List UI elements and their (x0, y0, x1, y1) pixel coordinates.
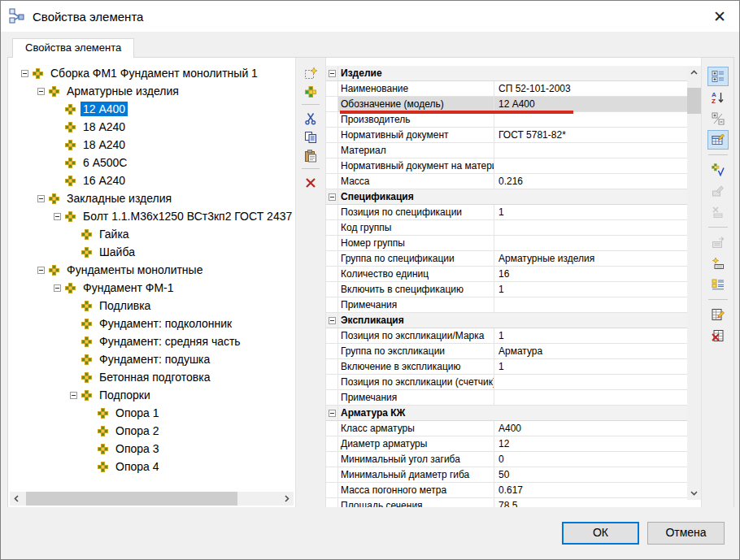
property-row[interactable]: Позиция по экспликации/Марка1 (326, 328, 687, 344)
property-value[interactable]: 12 (494, 436, 687, 451)
cancel-button[interactable]: Отмена (647, 522, 725, 545)
property-value[interactable] (494, 143, 687, 158)
property-value[interactable] (494, 158, 687, 173)
collapse-toggle-icon[interactable] (37, 267, 45, 274)
property-value[interactable]: 50 (494, 467, 687, 482)
cut-button[interactable] (300, 109, 321, 128)
add-element-button[interactable] (300, 63, 321, 82)
tree-item[interactable]: Фундаменты монолитные (10, 261, 295, 279)
tree-item[interactable]: Фундамент: подколонник (10, 315, 295, 332)
scrollbar-thumb[interactable] (687, 88, 701, 114)
property-row[interactable]: Производитель (326, 112, 687, 128)
scroll-down-button[interactable] (687, 486, 701, 500)
collapse-toggle-icon[interactable] (37, 195, 45, 202)
tree-item[interactable]: 18 А240 (10, 136, 295, 154)
property-value[interactable]: Арматурные изделия (494, 251, 687, 266)
tree-item[interactable]: Опора 1 (10, 404, 295, 422)
scrollbar-thumb[interactable] (26, 492, 237, 506)
property-value[interactable]: 1 (494, 282, 687, 297)
property-row[interactable]: Минимальный диаметр гиба50 (326, 467, 687, 483)
property-row[interactable]: Позиция по спецификации1 (326, 205, 687, 220)
sort-alphabetical-button[interactable] (707, 88, 729, 107)
property-row[interactable]: Примечания (326, 390, 687, 406)
paste-button[interactable] (300, 146, 321, 165)
tree-item[interactable]: 18 А240 (10, 118, 295, 136)
tree-item[interactable]: Фундамент: подушка (10, 350, 295, 368)
property-row[interactable]: Количество единиц16 (326, 267, 687, 282)
property-value[interactable] (494, 390, 687, 405)
tree-item[interactable]: 6 А500С (10, 154, 295, 171)
property-row[interactable]: Класс арматурыА400 (326, 421, 687, 436)
property-group-header[interactable]: Экспликация (326, 313, 687, 328)
tab-element-properties[interactable]: Свойства элемента (12, 38, 134, 58)
collapse-toggle-icon[interactable] (54, 284, 61, 292)
property-row[interactable]: Группа по экспликацииАрматура (326, 344, 687, 359)
property-value[interactable]: 1 (494, 328, 687, 343)
property-value[interactable] (494, 297, 687, 312)
collapse-toggle-icon[interactable] (70, 392, 77, 399)
property-row[interactable]: Диаметр арматуры12 (326, 436, 687, 452)
collapse-toggle-icon[interactable] (54, 213, 61, 220)
scroll-left-button[interactable] (10, 492, 24, 506)
property-value[interactable] (494, 112, 687, 127)
property-value[interactable]: 0 (494, 452, 687, 467)
tree-item[interactable]: Закладные изделия (10, 189, 295, 207)
property-value[interactable]: 1 (494, 205, 687, 219)
group-collapse-icon[interactable] (329, 193, 336, 201)
grid-vertical-scrollbar[interactable] (687, 66, 701, 500)
property-value[interactable]: 0.617 (494, 483, 687, 497)
delete-table-button[interactable] (707, 326, 729, 345)
property-value[interactable]: ГОСТ 5781-82* (494, 128, 687, 142)
tree-item[interactable]: Подпорки (10, 386, 295, 404)
property-row[interactable]: Масса0.216 (326, 174, 687, 189)
edit-values-button[interactable] (707, 130, 729, 150)
property-row[interactable]: Масса погонного метра0.617 (326, 483, 687, 498)
group-collapse-icon[interactable] (329, 70, 336, 77)
add-subelement-button[interactable] (300, 82, 321, 101)
property-row[interactable]: Нормативный документГОСТ 5781-82* (326, 128, 687, 143)
tree-item[interactable]: Шайба (10, 243, 295, 261)
property-value[interactable]: Арматура (494, 344, 687, 358)
categorized-view-button[interactable] (707, 67, 729, 86)
tree-item[interactable]: 16 А240 (10, 171, 295, 189)
property-value[interactable]: А400 (494, 421, 687, 436)
property-row[interactable]: Минимальный угол загиба0 (326, 452, 687, 467)
property-row[interactable]: Нормативный документ на материал (326, 158, 687, 174)
collapse-toggle-icon[interactable] (37, 88, 45, 95)
tree-item[interactable]: Фундамент ФМ-1 (10, 279, 295, 297)
property-group-header[interactable]: Арматура КЖ (326, 406, 687, 421)
tree-item[interactable]: Опора 3 (10, 440, 295, 458)
tree-horizontal-scrollbar[interactable] (10, 492, 294, 506)
copy-button[interactable] (300, 128, 321, 146)
add-property-button[interactable] (707, 160, 729, 180)
tree-item[interactable]: Болт 1.1.М36х1250 ВСт3кп2 ГОСТ 2437 (10, 207, 295, 225)
tree-item[interactable]: Опора 2 (10, 422, 295, 440)
expand-collapse-groups-button[interactable] (707, 109, 729, 128)
new-property-set-button[interactable] (707, 254, 729, 273)
property-row[interactable]: Материал (326, 143, 687, 158)
close-button[interactable]: ✕ (703, 3, 736, 29)
ok-button[interactable]: ОК (562, 522, 639, 545)
delete-button[interactable] (300, 173, 321, 192)
tree-item[interactable]: Сборка ФМ1 Фундамент монолитный 1 (10, 64, 295, 82)
tree-item[interactable]: Арматурные изделия (10, 82, 295, 100)
property-value[interactable]: 1 (494, 359, 687, 374)
property-value[interactable]: 16 (494, 267, 687, 281)
group-collapse-icon[interactable] (329, 410, 336, 417)
property-value[interactable]: 12 А400 (494, 97, 687, 111)
tree-item[interactable]: Опора 4 (10, 458, 295, 475)
property-value[interactable] (494, 375, 687, 389)
tree-item[interactable]: Фундамент: средняя часть (10, 332, 295, 350)
tree-item[interactable]: Подливка (10, 297, 295, 315)
property-row[interactable]: Код группы (326, 220, 687, 236)
tree-item[interactable]: 12 А400 (10, 100, 295, 118)
scroll-right-button[interactable] (280, 492, 294, 506)
edit-table-button[interactable] (707, 305, 729, 324)
property-row[interactable]: Примечания (326, 297, 687, 313)
property-row[interactable]: Позиция по экспликации (счетчик) (326, 375, 687, 390)
property-value[interactable] (494, 220, 687, 235)
property-value[interactable] (494, 236, 687, 250)
property-value[interactable]: 0.216 (494, 174, 687, 189)
property-row[interactable]: НаименованиеСП 52-101-2003 (326, 81, 687, 97)
scroll-up-button[interactable] (687, 66, 701, 80)
